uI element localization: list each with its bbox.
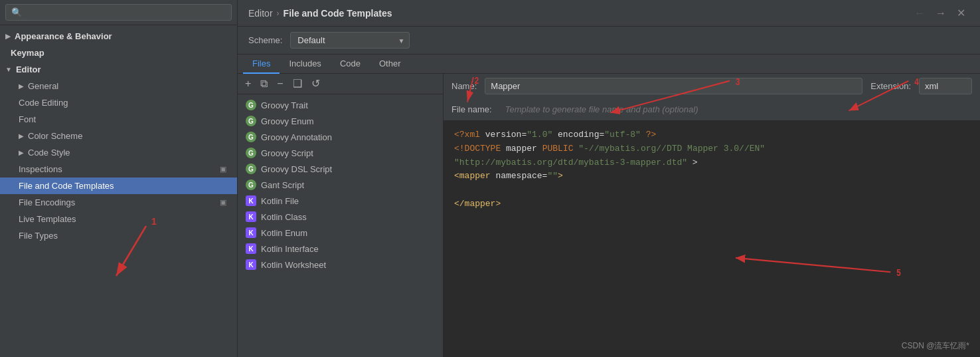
sidebar-item-code-style[interactable]: ▶ Code Style <box>0 144 237 161</box>
breadcrumb-current: File and Code Templates <box>284 8 392 19</box>
code-line-5 <box>454 183 969 197</box>
arrow-icon: ▶ <box>19 82 24 90</box>
scheme-row: Scheme: Default Project <box>238 27 980 55</box>
sidebar-item-appearance[interactable]: ▶ Appearance & Behavior <box>0 28 237 45</box>
code-editor[interactable]: <?xml version="1.0" encoding="utf-8" ?> … <box>444 120 980 357</box>
add-button[interactable]: + <box>242 76 254 91</box>
tab-files[interactable]: Files <box>243 55 280 74</box>
arrow-icon: ▶ <box>19 132 24 140</box>
groovy-icon: G <box>246 116 256 126</box>
code-line-3: "http://mybatis.org/dtd/mybatis-3-mapper… <box>454 156 969 170</box>
watermark: CSDN @流车忆雨* <box>902 340 969 352</box>
groovy-icon: G <box>246 164 256 174</box>
filename-row: File name: <box>444 99 980 120</box>
nav-arrows: ← → ✕ <box>910 5 969 21</box>
list-item[interactable]: G Groovy Script <box>238 145 443 161</box>
list-item[interactable]: G Groovy Enum <box>238 113 443 129</box>
nav-tree: ▶ Appearance & Behavior Keymap ▼ Editor … <box>0 25 237 357</box>
content-area: + ⧉ − ❑ ↺ G Groovy Trait G Groovy Enum G… <box>238 74 980 357</box>
name-row: Name: Extension: <box>444 74 980 99</box>
sidebar-item-keymap[interactable]: Keymap <box>0 45 237 61</box>
file-list: + ⧉ − ❑ ↺ G Groovy Trait G Groovy Enum G… <box>238 74 444 357</box>
scheme-select-wrapper: Default Project <box>290 32 410 49</box>
breadcrumb: Editor › File and Code Templates <box>248 8 392 19</box>
copy-button[interactable]: ⧉ <box>257 76 271 91</box>
sidebar-item-font[interactable]: Font <box>0 111 237 128</box>
sidebar-item-general[interactable]: ▶ General <box>0 78 237 94</box>
file-list-items: G Groovy Trait G Groovy Enum G Groovy An… <box>238 94 443 357</box>
editor-panel: Name: Extension: File name: <?xml versio… <box>444 74 980 357</box>
tab-other[interactable]: Other <box>370 55 410 74</box>
list-item[interactable]: K Kotlin Class <box>238 209 443 225</box>
top-bar: Editor › File and Code Templates ← → ✕ <box>238 0 980 27</box>
arrow-icon: ▶ <box>5 33 11 40</box>
file-encodings-badge: ▣ <box>220 198 226 207</box>
scheme-select[interactable]: Default Project <box>290 32 410 49</box>
kotlin-icon: K <box>246 243 256 254</box>
list-item[interactable]: G Groovy DSL Script <box>238 161 443 177</box>
kotlin-icon: K <box>246 211 256 222</box>
code-line-4: <mapper namespace=""> <box>454 170 969 183</box>
list-item[interactable]: K Kotlin Enum <box>238 225 443 241</box>
list-item[interactable]: G Gant Script <box>238 177 443 193</box>
sidebar-item-file-and-code-templates[interactable]: File and Code Templates <box>0 178 237 194</box>
duplicate-button[interactable]: ❑ <box>289 76 305 91</box>
reset-button[interactable]: ↺ <box>308 76 323 91</box>
tab-includes[interactable]: Includes <box>280 55 330 74</box>
sidebar-item-file-types[interactable]: File Types <box>0 227 237 244</box>
scheme-label: Scheme: <box>248 35 282 45</box>
breadcrumb-separator: › <box>277 9 280 18</box>
remove-button[interactable]: − <box>274 76 286 91</box>
code-line-6: </mapper> <box>454 197 969 211</box>
sidebar-item-live-templates[interactable]: Live Templates <box>0 211 237 227</box>
groovy-icon: G <box>246 132 256 142</box>
groovy-icon: G <box>246 100 256 110</box>
kotlin-icon: K <box>246 227 256 238</box>
list-item[interactable]: K Kotlin File <box>238 193 443 209</box>
groovy-icon: G <box>246 148 256 158</box>
filename-input[interactable] <box>500 102 972 117</box>
sidebar-item-inspections[interactable]: Inspections ▣ <box>0 161 237 178</box>
extension-input[interactable] <box>919 78 972 94</box>
list-item[interactable]: G Groovy Trait <box>238 97 443 113</box>
list-item[interactable]: K Kotlin Interface <box>238 241 443 257</box>
extension-label: Extension: <box>870 81 911 91</box>
close-button[interactable]: ✕ <box>953 5 969 21</box>
tab-code[interactable]: Code <box>331 55 370 74</box>
tabs-bar: Files Includes Code Other <box>238 55 980 74</box>
sidebar-item-file-encodings[interactable]: File Encodings ▣ <box>0 194 237 211</box>
code-line-1: <?xml version="1.0" encoding="utf-8" ?> <box>454 128 969 142</box>
gant-icon: G <box>246 179 256 190</box>
list-item[interactable]: K Kotlin Worksheet <box>238 257 443 273</box>
forward-button[interactable]: → <box>932 5 950 21</box>
toolbar-row: + ⧉ − ❑ ↺ <box>238 74 443 94</box>
arrow-icon: ▼ <box>5 66 12 73</box>
kotlin-icon: K <box>246 259 256 270</box>
inspections-badge: ▣ <box>220 165 226 174</box>
sidebar: ▶ Appearance & Behavior Keymap ▼ Editor … <box>0 0 238 357</box>
sidebar-item-editor[interactable]: ▼ Editor <box>0 61 237 78</box>
main-panel: Editor › File and Code Templates ← → ✕ S… <box>238 0 980 357</box>
arrow-icon: ▶ <box>19 149 24 156</box>
breadcrumb-parent: Editor <box>248 8 273 19</box>
code-line-2: <!DOCTYPE mapper PUBLIC "-//mybatis.org/… <box>454 142 969 156</box>
back-button[interactable]: ← <box>910 5 929 21</box>
filename-label: File name: <box>451 104 492 114</box>
list-item[interactable]: G Groovy Annotation <box>238 129 443 145</box>
sidebar-item-color-scheme[interactable]: ▶ Color Scheme <box>0 128 237 144</box>
search-bar <box>0 0 237 25</box>
name-input[interactable] <box>485 78 862 94</box>
search-input[interactable] <box>5 4 232 21</box>
name-label: Name: <box>451 81 477 91</box>
sidebar-item-code-editing[interactable]: Code Editing <box>0 94 237 111</box>
kotlin-icon: K <box>246 195 256 206</box>
